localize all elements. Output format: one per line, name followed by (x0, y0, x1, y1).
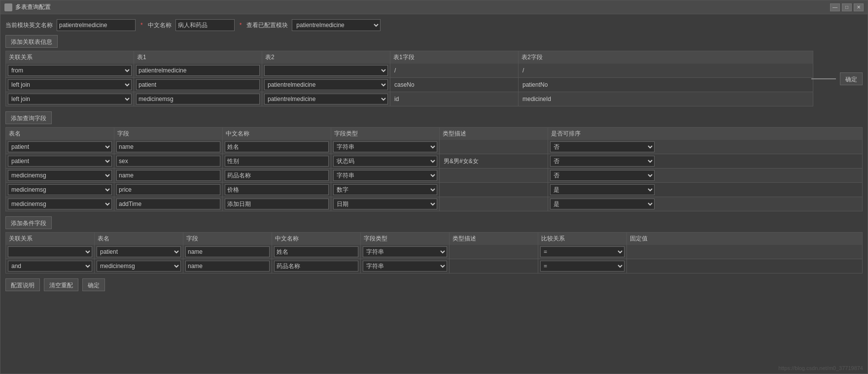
cond-type-select-0[interactable]: 字符串 (363, 246, 447, 257)
query-type-select-2[interactable]: 字符串 (333, 170, 437, 181)
query-cell-field-0 (114, 140, 223, 154)
module-en-input[interactable] (57, 19, 136, 31)
assoc-field2-input-0[interactable] (521, 65, 645, 76)
assoc-relation-select-2[interactable]: from left join inner join (8, 94, 132, 104)
query-type-select-3[interactable]: 数字 (333, 184, 437, 195)
query-type-select-0[interactable]: 字符串 (333, 141, 437, 152)
query-field-input-3[interactable] (116, 184, 220, 195)
assoc-relation-select-0[interactable]: from left join inner join (8, 65, 132, 76)
minimize-button[interactable]: — (830, 3, 840, 11)
query-cn-input-3[interactable] (225, 184, 329, 195)
module-cn-input[interactable] (175, 19, 235, 31)
query-desc-input-2[interactable] (442, 170, 546, 181)
query-table-select-1[interactable]: patient (8, 156, 112, 167)
query-cell-field-4 (114, 197, 223, 211)
query-cell-cn-0 (223, 140, 331, 154)
query-sortable-select-2[interactable]: 否是 (550, 170, 655, 181)
window-icon (4, 3, 12, 11)
cond-field-input-1[interactable] (185, 261, 270, 272)
confirm-button[interactable]: 确定 (82, 278, 105, 291)
cond-type-select-1[interactable]: 字符串 (363, 261, 447, 272)
query-sortable-select-4[interactable]: 否是 (550, 199, 655, 209)
cond-header-table: 表名 (95, 233, 183, 245)
cond-cell-field-0 (183, 245, 272, 259)
cond-relation-select-0[interactable]: andor (8, 246, 92, 257)
cond-table-select-1[interactable]: medicinemsg (97, 261, 181, 272)
add-cond-btn[interactable]: 添加条件字段 (5, 216, 52, 229)
assoc-table1-input-1[interactable] (136, 79, 260, 90)
query-cell-type-4: 日期 (331, 197, 440, 211)
query-cell-desc-1 (440, 154, 548, 168)
assoc-cell-field1-2 (390, 92, 519, 106)
cond-relation-select-1[interactable]: andor (8, 261, 92, 272)
config-desc-button[interactable]: 配置说明 (5, 278, 40, 291)
query-cell-sortable-1: 否是 (548, 154, 657, 168)
query-sortable-select-3[interactable]: 否是 (550, 184, 655, 195)
titlebar-controls: — □ ✕ (830, 3, 864, 11)
add-assoc-btn[interactable]: 添加关联表信息 (5, 35, 58, 48)
query-desc-input-3[interactable] (442, 184, 546, 195)
query-cell-desc-3 (440, 183, 548, 197)
main-window: 多表查询配置 — □ ✕ 当前模块英文名称 * 中文名称 * 查看已配置模块 p… (0, 0, 868, 374)
maximize-button[interactable]: □ (842, 3, 852, 11)
assoc-field1-input-1[interactable] (392, 79, 516, 90)
cond-desc-input-1[interactable] (451, 261, 536, 272)
cond-compare-select-0[interactable]: =!=><like (540, 246, 625, 257)
cond-desc-input-0[interactable] (451, 246, 536, 257)
assoc-field1-input-2[interactable] (392, 94, 516, 104)
assoc-relation-select-1[interactable]: from left join inner join (8, 79, 132, 90)
add-query-btn[interactable]: 添加查询字段 (5, 111, 52, 124)
top-bar: 当前模块英文名称 * 中文名称 * 查看已配置模块 patientrelmedi… (5, 19, 863, 31)
query-field-input-4[interactable] (116, 199, 220, 209)
cond-compare-select-1[interactable]: =!=><like (540, 261, 625, 272)
query-cn-input-0[interactable] (225, 141, 329, 152)
query-table-select-3[interactable]: medicinemsg (8, 184, 112, 195)
query-cell-table-3: medicinemsg (6, 183, 114, 197)
cond-table-select-0[interactable]: patient (97, 246, 181, 257)
query-cell-desc-0 (440, 140, 548, 154)
query-desc-input-4[interactable] (442, 199, 546, 209)
clear-reset-button[interactable]: 清空重配 (44, 278, 78, 291)
query-cell-cn-2 (223, 169, 331, 182)
assoc-table2-select-0[interactable] (264, 65, 388, 76)
cond-header-relation: 关联关系 (6, 233, 95, 245)
query-cn-input-1[interactable] (225, 156, 329, 167)
assoc-confirm-button[interactable]: 确定 (840, 72, 863, 85)
query-table-select-2[interactable]: medicinemsg (8, 170, 112, 181)
query-table-select-0[interactable]: patient (8, 141, 112, 152)
query-sortable-select-1[interactable]: 否是 (550, 156, 655, 167)
query-field-input-0[interactable] (116, 141, 220, 152)
query-desc-input-1[interactable] (442, 156, 546, 167)
query-field-input-2[interactable] (116, 170, 220, 181)
query-table-select-4[interactable]: medicinemsg (8, 199, 112, 209)
query-type-select-4[interactable]: 日期 (333, 199, 437, 209)
assoc-table1-input-2[interactable] (136, 94, 260, 104)
view-config-select[interactable]: patientrelmedicine (292, 19, 381, 31)
query-desc-input-0[interactable] (442, 141, 546, 152)
query-field-input-1[interactable] (116, 156, 220, 167)
query-cn-input-4[interactable] (225, 199, 329, 209)
query-cell-sortable-4: 否是 (548, 197, 657, 211)
cond-cn-input-1[interactable] (274, 261, 358, 272)
cond-field-input-0[interactable] (185, 246, 270, 257)
query-cn-input-2[interactable] (225, 170, 329, 181)
required-star-2: * (240, 22, 242, 29)
cond-cn-input-0[interactable] (274, 246, 358, 257)
assoc-field1-input-0[interactable] (392, 65, 516, 76)
cond-header-type: 字段类型 (361, 233, 450, 245)
query-sortable-select-0[interactable]: 否是 (550, 141, 655, 152)
titlebar: 多表查询配置 — □ ✕ (0, 0, 868, 14)
cond-fixed-input-0[interactable] (629, 246, 860, 257)
close-button[interactable]: ✕ (854, 3, 864, 11)
assoc-table1-input-0[interactable] (136, 65, 260, 76)
assoc-field2-input-2[interactable] (521, 94, 645, 104)
assoc-field2-input-1[interactable] (521, 79, 645, 90)
assoc-header-table1: 表1 (134, 51, 262, 64)
query-type-select-1[interactable]: 状态码 (333, 156, 437, 167)
assoc-table2-select-2[interactable]: patientrelmedicine (264, 94, 388, 104)
query-cell-sortable-3: 否是 (548, 183, 657, 197)
cond-header-field: 字段 (183, 233, 272, 245)
cond-header-cn: 中文名称 (272, 233, 361, 245)
assoc-table2-select-1[interactable]: patientrelmedicine (264, 79, 388, 90)
cond-fixed-input-1[interactable] (629, 261, 860, 272)
